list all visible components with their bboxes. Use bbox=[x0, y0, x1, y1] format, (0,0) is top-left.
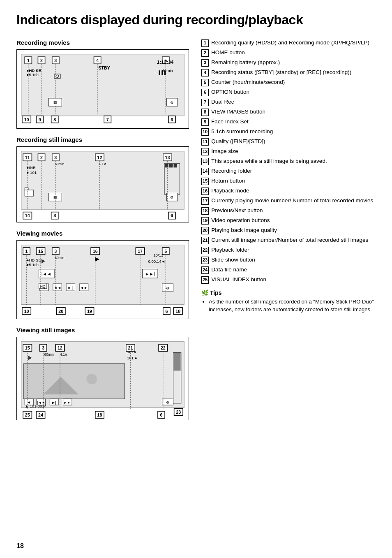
svg-text:0:00:14◄: 0:00:14◄ bbox=[148, 259, 165, 263]
svg-text:✱: ✱ bbox=[28, 401, 31, 405]
indicator-item-17: 17Currently playing movie number/ Number… bbox=[201, 197, 376, 205]
indicator-item-18: 18Previous/Next button bbox=[201, 207, 376, 215]
indicator-badge-14: 14 bbox=[201, 168, 209, 175]
svg-text:5: 5 bbox=[164, 249, 167, 254]
svg-text:◄◄: ◄◄ bbox=[53, 285, 61, 290]
indicator-badge-6: 6 bbox=[201, 89, 209, 96]
indicator-badge-1: 1 bbox=[201, 39, 209, 47]
svg-text:1: 1 bbox=[27, 58, 30, 63]
svg-text:▶: ▶ bbox=[95, 256, 99, 262]
svg-point-144 bbox=[86, 374, 97, 384]
svg-text:3: 3 bbox=[54, 155, 57, 160]
indicator-text-24: Data file name bbox=[211, 266, 247, 274]
indicator-text-25: VISUAL INDEX button bbox=[211, 276, 266, 284]
indicator-text-7: Dual Rec bbox=[211, 98, 234, 106]
svg-text:13: 13 bbox=[165, 155, 170, 160]
indicator-text-8: VIEW IMAGES button bbox=[211, 108, 265, 116]
svg-text:●5.1ch: ●5.1ch bbox=[27, 262, 39, 267]
indicator-badge-15: 15 bbox=[201, 178, 209, 185]
page-title: Indicators displayed during recording/pl… bbox=[16, 12, 376, 28]
svg-text:8: 8 bbox=[53, 117, 56, 122]
section-recording-still: Recording still images 11 2 3 12 13 bbox=[16, 136, 189, 222]
indicator-badge-12: 12 bbox=[201, 148, 209, 155]
svg-text:◄►: ◄► bbox=[80, 285, 88, 290]
section-viewing-still: Viewing still images 15 3 12 21 22 bbox=[16, 326, 189, 420]
svg-text:STBY: STBY bbox=[98, 65, 110, 70]
svg-text:►‖: ►‖ bbox=[67, 285, 74, 290]
indicator-text-18: Previous/Next button bbox=[211, 207, 263, 215]
svg-text:10: 10 bbox=[24, 308, 29, 313]
indicator-badge-16: 16 bbox=[201, 188, 209, 195]
indicator-badge-19: 19 bbox=[201, 217, 209, 225]
diagram-svg-viewing-still: 15 3 12 21 22 60min 4.1м bbox=[17, 337, 189, 419]
svg-text:●HD SE: ●HD SE bbox=[27, 258, 41, 262]
svg-text:10: 10 bbox=[24, 117, 29, 122]
indicator-badge-9: 9 bbox=[201, 118, 209, 126]
indicators-list: 1Recording quality (HD/SD) and Recording… bbox=[201, 39, 376, 284]
svg-text:4: 4 bbox=[96, 58, 99, 63]
tips-list: As the number of still images recorded o… bbox=[201, 298, 376, 314]
diagram-recording-still: 11 2 3 12 13 ●INE ● 101 60min 4.1м bbox=[16, 146, 189, 222]
svg-text:4.1м: 4.1м bbox=[60, 352, 67, 357]
section-title-viewing-movies: Viewing movies bbox=[16, 230, 189, 237]
svg-rect-54 bbox=[165, 164, 168, 167]
page-number: 18 bbox=[16, 542, 24, 550]
indicator-text-22: Playback folder bbox=[211, 246, 249, 254]
svg-text:→▐▐▐: →▐▐▐ bbox=[153, 70, 166, 75]
svg-text:⚙: ⚙ bbox=[170, 101, 173, 105]
svg-text:3: 3 bbox=[54, 58, 57, 63]
svg-text:2: 2 bbox=[40, 155, 43, 160]
section-title-recording-movies: Recording movies bbox=[16, 39, 189, 46]
indicator-item-1: 1Recording quality (HD/SD) and Recording… bbox=[201, 39, 376, 47]
svg-text:▶‖: ▶‖ bbox=[52, 401, 57, 405]
tips-item: As the number of still images recorded o… bbox=[209, 298, 376, 314]
section-title-viewing-still: Viewing still images bbox=[16, 326, 189, 333]
indicator-item-3: 3Remaining battery (approx.) bbox=[201, 59, 376, 67]
svg-text:●HD SE: ●HD SE bbox=[27, 68, 42, 73]
indicator-text-16: Playback mode bbox=[211, 187, 249, 195]
svg-text:19: 19 bbox=[87, 308, 92, 313]
indicator-badge-2: 2 bbox=[201, 49, 209, 57]
indicator-item-12: 12Image size bbox=[201, 148, 376, 155]
indicator-badge-20: 20 bbox=[201, 227, 209, 234]
svg-text:18: 18 bbox=[97, 412, 102, 417]
indicator-text-15: Return button bbox=[211, 177, 245, 185]
svg-rect-55 bbox=[169, 164, 173, 167]
indicator-badge-22: 22 bbox=[201, 247, 209, 254]
svg-text:1:12:34: 1:12:34 bbox=[157, 59, 174, 65]
svg-text:23: 23 bbox=[176, 410, 181, 415]
svg-text:● 101: ● 101 bbox=[27, 170, 37, 175]
indicator-item-10: 105.1ch surround recording bbox=[201, 128, 376, 136]
content-wrapper: Recording movies 1 2 3 bbox=[16, 39, 376, 428]
svg-text:25: 25 bbox=[25, 412, 30, 417]
indicator-item-22: 22Playback folder bbox=[201, 246, 376, 254]
diagram-svg-viewing-movies: 1 15 3 16 17 5 ●HD SE ●5.1ch bbox=[17, 241, 189, 318]
svg-text:6: 6 bbox=[160, 412, 163, 417]
diagram-viewing-movies: 1 15 3 16 17 5 ●HD SE ●5.1ch bbox=[16, 240, 189, 320]
indicator-badge-13: 13 bbox=[201, 158, 209, 165]
indicator-item-11: 11Quality ([FINE]/[STD]) bbox=[201, 138, 376, 146]
indicator-text-10: 5.1ch surround recording bbox=[211, 128, 273, 136]
indicator-item-14: 14Recording folder bbox=[201, 167, 376, 175]
svg-text:2: 2 bbox=[40, 58, 43, 63]
indicator-item-19: 19Video operation buttons bbox=[201, 217, 376, 225]
indicator-text-13: This appears while a still image is bein… bbox=[211, 157, 327, 165]
indicator-item-25: 25VISUAL INDEX button bbox=[201, 276, 376, 284]
indicator-badge-21: 21 bbox=[201, 237, 209, 244]
svg-text:60min: 60min bbox=[55, 256, 65, 260]
indicator-text-11: Quality ([FINE]/[STD]) bbox=[211, 138, 265, 146]
indicator-text-12: Image size bbox=[211, 148, 238, 155]
indicator-item-16: 16Playback mode bbox=[201, 187, 376, 195]
svg-text:18: 18 bbox=[175, 308, 180, 313]
svg-text:17: 17 bbox=[138, 249, 143, 254]
indicator-badge-23: 23 bbox=[201, 257, 209, 264]
tips-title: 🌿 Tips bbox=[201, 289, 376, 296]
svg-text:20: 20 bbox=[58, 308, 63, 313]
svg-text:14: 14 bbox=[25, 213, 30, 218]
section-recording-movies: Recording movies 1 2 3 bbox=[16, 39, 189, 129]
left-column: Recording movies 1 2 3 bbox=[16, 39, 189, 428]
indicator-item-7: 7Dual Rec bbox=[201, 98, 376, 106]
svg-text:15: 15 bbox=[25, 345, 30, 350]
indicator-badge-24: 24 bbox=[201, 266, 209, 274]
svg-text:15: 15 bbox=[38, 249, 43, 254]
